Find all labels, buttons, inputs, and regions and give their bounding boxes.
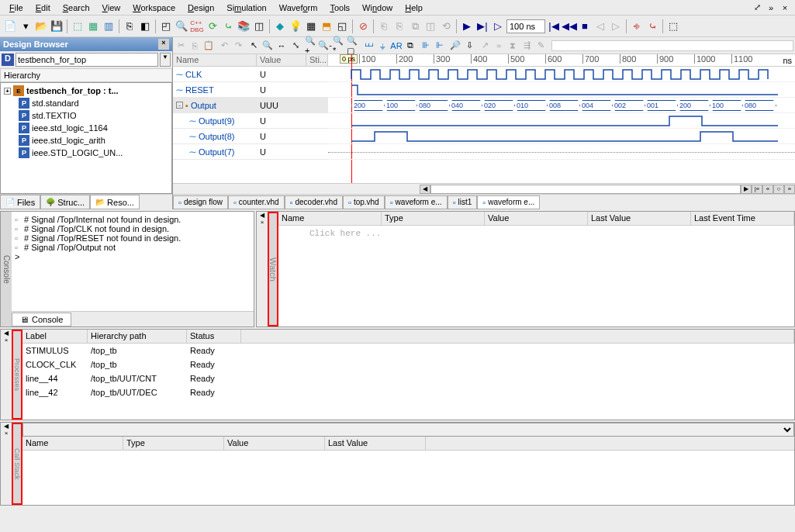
signal-row[interactable]: ⁓ Output(8)U [173, 129, 328, 144]
save-icon[interactable]: 💾 [50, 19, 64, 33]
step-icon[interactable]: ▶| [475, 19, 489, 33]
tool-icon[interactable]: ⏚ [376, 40, 389, 52]
window-btn-2[interactable]: » [766, 2, 776, 13]
nav-prev-icon[interactable]: « [762, 185, 773, 194]
tool-icon[interactable]: C++DBG [190, 19, 204, 33]
tool-icon[interactable]: ✎ [534, 40, 547, 52]
scroll-right-icon[interactable]: ▶ [741, 185, 752, 194]
tool-icon[interactable]: ▦ [304, 19, 318, 33]
window-close[interactable]: × [779, 2, 790, 13]
stack-col[interactable]: Last Value [325, 437, 426, 450]
col-sti[interactable]: Sti... [306, 54, 328, 66]
menu-tools[interactable]: Tools [323, 2, 356, 14]
tool-icon[interactable]: ⤿ [221, 19, 235, 33]
console-output[interactable]: ▫# Signal /Top/Internal not found in des… [12, 212, 254, 311]
process-row[interactable]: line__44/top_tb/UUT/CNTReady [22, 371, 794, 385]
col-name[interactable]: Name [173, 54, 257, 66]
col-status[interactable]: Status [187, 330, 241, 343]
scroll-left-icon[interactable]: ◀ [1, 423, 12, 430]
stop-icon[interactable]: ⊘ [356, 19, 370, 33]
zoom-icon[interactable]: 🔍 [261, 40, 274, 52]
tree-item[interactable]: Pstd.standard [2, 97, 170, 109]
col-value[interactable]: Value [257, 54, 306, 66]
file-tab[interactable]: ▫ counter.vhd [228, 195, 285, 209]
tool-icon[interactable]: ⧗ [506, 40, 519, 52]
menu-workspace[interactable]: Workspace [126, 2, 181, 14]
rewind-icon[interactable]: ◀◀ [562, 19, 576, 33]
tool-icon[interactable]: ▥ [102, 19, 116, 33]
tool-icon[interactable]: ⎘ [123, 19, 137, 33]
file-tab[interactable]: ▫ design flow [173, 195, 228, 209]
find-icon[interactable]: 🔎 [449, 40, 461, 52]
stack-col[interactable]: Value [224, 437, 325, 450]
nav-first-icon[interactable]: |« [752, 185, 762, 194]
stack-col[interactable]: Type [123, 437, 224, 450]
tool-icon[interactable]: ↗ [479, 40, 491, 52]
hierarchy-tree[interactable]: +Etestbench_for_top : t...Pstd.standardP… [0, 82, 172, 194]
menu-help[interactable]: Help [399, 2, 429, 14]
file-tab[interactable]: ▫ waveform e... [385, 195, 448, 209]
next-icon[interactable]: ▷ [609, 19, 623, 33]
signal-row[interactable]: ⁓ Output(7)U [173, 144, 328, 160]
tool-icon[interactable]: ◧ [138, 19, 152, 33]
tree-item[interactable]: Pstd.TEXTIO [2, 109, 170, 122]
nav-center-icon[interactable]: ○ [773, 185, 784, 194]
process-row[interactable]: CLOCK_CLK/top_tbReady [22, 358, 794, 371]
close-icon[interactable]: × [257, 219, 268, 226]
tree-item[interactable]: +Etestbench_for_top : t... [2, 85, 170, 97]
tool-icon[interactable]: ⬒ [320, 19, 334, 33]
tool-icon[interactable]: ⧉ [408, 19, 422, 33]
signal-row[interactable]: - ▪ OutputUUU [173, 98, 328, 113]
scroll-left-icon[interactable]: ◀ [1, 330, 12, 337]
tree-item[interactable]: Pieee.std_logic_1164 [2, 122, 170, 134]
undo-icon[interactable]: ↶ [218, 40, 230, 52]
signal-row[interactable]: ⁓ RESETU [173, 82, 328, 98]
new-icon[interactable]: 📄 [3, 19, 17, 33]
time-input[interactable] [506, 19, 545, 33]
menu-edit[interactable]: Edit [29, 2, 57, 14]
tool-icon[interactable]: ⤿ [645, 19, 659, 33]
wave-scroll-track[interactable] [551, 40, 793, 51]
callstack-select[interactable] [22, 423, 794, 437]
paste-icon[interactable]: 📋 [202, 40, 215, 52]
design-combo[interactable] [16, 53, 158, 67]
nav-next-icon[interactable]: » [784, 185, 795, 194]
copy-icon[interactable]: ⎘ [188, 40, 201, 52]
menu-waveform[interactable]: Waveform [273, 2, 324, 14]
tool-icon[interactable]: ⟲ [439, 19, 453, 33]
pan-icon[interactable]: ↔ [275, 40, 288, 52]
menu-file[interactable]: File [3, 2, 29, 14]
cursor-icon[interactable]: ↖ [247, 40, 260, 52]
tool-icon[interactable]: ⊪ [420, 40, 432, 52]
menu-window[interactable]: Window [356, 2, 399, 14]
redo-icon[interactable]: ↷ [232, 40, 244, 52]
step-back-icon[interactable]: |◀ [547, 19, 561, 33]
stack-col[interactable]: Name [22, 437, 123, 450]
scroll-left-icon[interactable]: ◀ [257, 212, 268, 219]
play-icon[interactable]: ▶ [460, 19, 474, 33]
waveform-canvas[interactable]: 0 ps10020030040050060070080090010001100n… [328, 54, 795, 183]
col-label[interactable]: Label [22, 330, 88, 343]
watch-col[interactable]: Last Event Time [691, 212, 794, 225]
bookmark-icon[interactable]: ⇩ [463, 40, 475, 52]
col-path[interactable]: Hierarchy path [88, 330, 187, 343]
tool-icon[interactable]: ⬚ [666, 19, 680, 33]
tool-icon[interactable]: ⎘ [392, 19, 406, 33]
play-alt-icon[interactable]: ▷ [491, 19, 505, 33]
time-cursor[interactable]: 0 ps [340, 54, 358, 64]
dropdown-icon[interactable]: ▼ [160, 53, 171, 67]
tool-icon[interactable]: ◆ [273, 19, 287, 33]
tool-icon[interactable]: ◫ [423, 19, 437, 33]
menu-view[interactable]: View [96, 2, 127, 14]
tool-icon[interactable]: ⧉ [404, 40, 417, 52]
file-tab[interactable]: ▫ list1 [448, 195, 478, 209]
bulb-icon[interactable]: 💡 [289, 19, 302, 33]
watch-placeholder[interactable]: Click here ... [278, 226, 794, 241]
console-tab[interactable]: 🖥 Console [12, 313, 71, 326]
tab-files[interactable]: 📄 Files [0, 195, 40, 209]
tool-icon[interactable]: ▦ [86, 19, 100, 33]
zoom-fit-icon[interactable]: 🔍* [333, 40, 345, 52]
tool-icon[interactable]: ◱ [335, 19, 349, 33]
watch-col[interactable]: Type [382, 212, 485, 225]
zoom-out-icon[interactable]: 🔍- [319, 40, 331, 52]
